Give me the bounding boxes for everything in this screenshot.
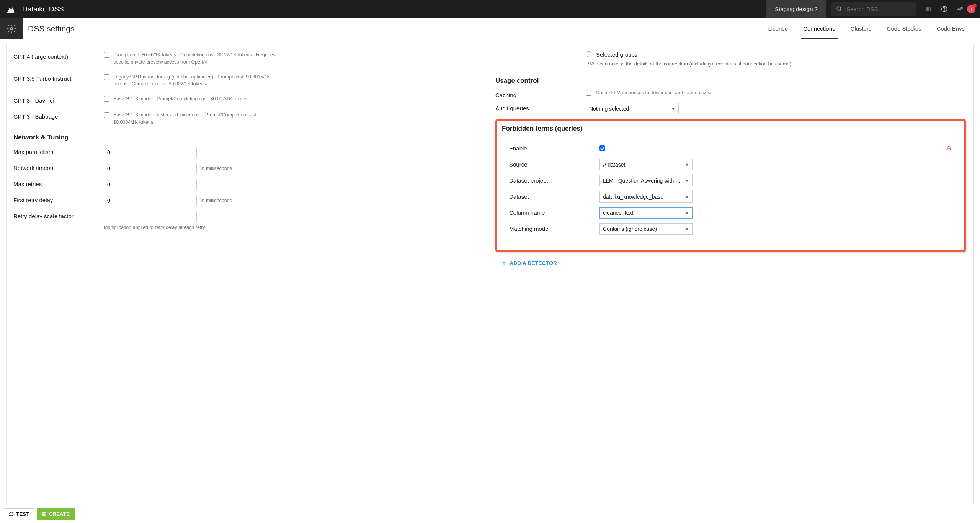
model-gpt3-babbage-label: GPT 3 - Babbage xyxy=(13,111,104,120)
trash-icon xyxy=(946,145,952,151)
svg-point-5 xyxy=(926,8,928,10)
caret-down-icon: ▼ xyxy=(685,178,689,183)
svg-point-12 xyxy=(944,10,944,11)
forbidden-project-label: Dataset project xyxy=(509,177,599,184)
tab-connections[interactable]: Connections xyxy=(795,18,843,39)
tab-code-envs[interactable]: Code Envs xyxy=(929,18,972,39)
tab-license[interactable]: License xyxy=(760,18,795,39)
retry-scale-input[interactable] xyxy=(104,211,197,222)
page-title: DSS settings xyxy=(23,18,74,39)
forbidden-delete-button[interactable] xyxy=(946,145,952,152)
svg-point-4 xyxy=(930,7,931,8)
plus-icon xyxy=(501,260,506,265)
caret-down-icon: ▼ xyxy=(685,211,689,215)
model-gpt3-davinci-label: GPT 3 - Davinci xyxy=(13,95,104,104)
svg-point-13 xyxy=(10,27,13,30)
svg-line-1 xyxy=(840,10,842,11)
brand-title: Dataiku DSS xyxy=(22,5,64,13)
model-gpt3-babbage-desc: Base GPT3 model - faster and lower cost … xyxy=(113,111,282,126)
svg-point-2 xyxy=(926,7,928,8)
caching-label: Caching xyxy=(495,90,586,98)
refresh-icon xyxy=(9,512,14,516)
model-gpt4-large-checkbox[interactable] xyxy=(104,52,109,58)
first-retry-delay-hint: In milliseconds xyxy=(201,198,232,203)
svg-point-8 xyxy=(926,10,928,11)
svg-point-0 xyxy=(837,7,841,10)
forbidden-terms-section: Forbidden terms (queries) Enable Source … xyxy=(495,119,966,252)
caret-down-icon: ▼ xyxy=(685,227,689,231)
search-box[interactable] xyxy=(831,2,916,16)
dataiku-logo-icon[interactable] xyxy=(5,4,16,15)
forbidden-dataset-label: Dataset xyxy=(509,193,599,200)
forbidden-enable-label: Enable xyxy=(509,145,599,152)
model-gpt4-large-desc: Prompt cost: $0.06/1K tokens - Completio… xyxy=(113,51,282,66)
svg-point-10 xyxy=(930,10,931,11)
settings-gear-icon[interactable] xyxy=(0,18,23,39)
search-input[interactable] xyxy=(846,6,911,12)
env-badge[interactable]: Staging design 2 xyxy=(766,0,826,18)
svg-point-9 xyxy=(928,10,929,11)
apps-icon[interactable] xyxy=(921,6,936,12)
notification-dot-icon xyxy=(973,4,977,7)
model-gpt3-davinci-checkbox[interactable] xyxy=(104,96,109,102)
caret-down-icon: ▼ xyxy=(671,106,675,111)
create-button[interactable]: CREATE xyxy=(37,508,75,520)
svg-point-7 xyxy=(930,8,931,10)
first-retry-delay-label: First retry delay xyxy=(13,195,104,203)
save-icon xyxy=(42,512,47,516)
tab-code-studios[interactable]: Code Studios xyxy=(879,18,929,39)
forbidden-dataset-select[interactable]: dataiku_knowledge_base▼ xyxy=(599,191,693,203)
caret-down-icon: ▼ xyxy=(685,162,689,167)
audit-queries-label: Audit queries xyxy=(495,103,586,111)
max-parallelism-input[interactable] xyxy=(104,147,197,158)
add-detector-button[interactable]: ADD A DETECTOR xyxy=(495,260,966,266)
selected-groups-radio[interactable] xyxy=(586,51,591,57)
retry-scale-label: Retry delay scale factor xyxy=(13,211,104,219)
model-gpt4-large-label: GPT 4 (large context) xyxy=(13,51,104,60)
model-gpt35-instruct-desc: Legacy GPTInstruct tuning (not chat opti… xyxy=(113,74,282,88)
model-gpt3-babbage-checkbox[interactable] xyxy=(104,112,109,118)
selected-groups-label: Selected groups xyxy=(596,51,637,58)
activity-icon[interactable] xyxy=(952,5,967,13)
forbidden-matching-label: Matching mode xyxy=(509,226,599,232)
network-timeout-input[interactable] xyxy=(104,163,197,174)
forbidden-matching-select[interactable]: Contains (ignore case)▼ xyxy=(599,223,693,235)
caching-desc: Cache LLM responses for lower cost and f… xyxy=(596,90,712,95)
usage-control-title: Usage control xyxy=(495,77,966,85)
forbidden-terms-title: Forbidden terms (queries) xyxy=(502,125,959,132)
user-avatar[interactable]: I xyxy=(967,5,975,13)
caching-checkbox[interactable] xyxy=(586,90,591,96)
audit-queries-select[interactable]: Nothing selected▼ xyxy=(586,103,679,114)
forbidden-column-select[interactable]: cleaned_text▼ xyxy=(599,207,693,219)
max-parallelism-label: Max parallelism xyxy=(13,147,104,155)
max-retries-input[interactable] xyxy=(104,179,197,190)
forbidden-column-label: Column name xyxy=(509,209,599,216)
network-tuning-title: Network & Tuning xyxy=(13,134,482,141)
first-retry-delay-input[interactable] xyxy=(104,195,197,206)
test-button[interactable]: TEST xyxy=(4,508,34,520)
network-timeout-hint: In milliseconds xyxy=(201,166,232,171)
model-gpt35-instruct-checkbox[interactable] xyxy=(104,74,109,80)
settings-tabs: License Connections Clusters Code Studio… xyxy=(760,18,980,39)
network-timeout-label: Network timeout xyxy=(13,163,104,171)
tab-clusters[interactable]: Clusters xyxy=(843,18,879,39)
retry-scale-hint: Multiplication applied to retry delay at… xyxy=(104,225,482,230)
forbidden-source-select[interactable]: A dataset▼ xyxy=(599,159,693,170)
model-gpt35-instruct-label: GPT 3.5 Turbo Instruct xyxy=(13,74,104,82)
caret-down-icon: ▼ xyxy=(685,194,689,199)
forbidden-enable-checkbox[interactable] xyxy=(599,145,605,151)
forbidden-source-label: Source xyxy=(509,161,599,168)
help-icon[interactable] xyxy=(936,5,952,13)
svg-point-6 xyxy=(928,8,929,10)
model-gpt3-davinci-desc: Base GPT3 model - Prompt/Completion cost… xyxy=(113,95,248,103)
forbidden-project-select[interactable]: LLM - Question Aswering with …▼ xyxy=(599,175,693,186)
max-retries-label: Max retries xyxy=(13,179,104,187)
selected-groups-desc: Who can access the details of the connec… xyxy=(495,60,966,68)
search-icon xyxy=(836,6,843,12)
svg-point-3 xyxy=(928,7,929,8)
